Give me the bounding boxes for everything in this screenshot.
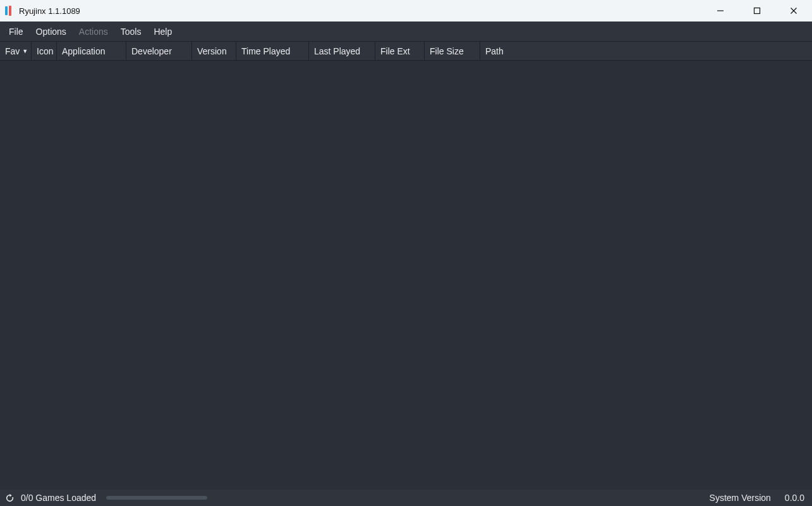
game-list-headers: Fav ▼ Icon Application Developer Version… (0, 42, 812, 61)
column-header-icon-label: Icon (37, 46, 53, 56)
menu-tools[interactable]: Tools (114, 23, 148, 40)
column-header-file-size[interactable]: File Size (425, 42, 480, 60)
column-header-file-ext[interactable]: File Ext (375, 42, 425, 60)
column-header-fav-label: Fav (5, 46, 20, 56)
column-header-time-played[interactable]: Time Played (236, 42, 309, 60)
column-header-application[interactable]: Application (57, 42, 126, 60)
column-header-version[interactable]: Version (192, 42, 236, 60)
column-header-time-played-label: Time Played (241, 46, 290, 56)
window-controls (702, 0, 812, 22)
status-system-version-value: 0.0.0 (785, 493, 804, 503)
menu-file[interactable]: File (3, 23, 30, 40)
window-title: Ryujinx 1.1.1089 (19, 6, 80, 16)
column-header-file-size-label: File Size (430, 46, 464, 56)
refresh-icon[interactable] (5, 493, 15, 503)
close-button[interactable] (775, 0, 812, 22)
sort-caret-down-icon: ▼ (22, 48, 28, 54)
maximize-button[interactable] (739, 0, 775, 22)
status-system-version-label: System Version (710, 493, 771, 503)
column-header-fav[interactable]: Fav ▼ (0, 42, 32, 60)
column-header-icon[interactable]: Icon (32, 42, 57, 60)
column-header-file-ext-label: File Ext (380, 46, 410, 56)
column-header-developer[interactable]: Developer (126, 42, 192, 60)
column-header-path[interactable]: Path (480, 42, 812, 60)
column-header-version-label: Version (197, 46, 227, 56)
status-games-loaded: 0/0 Games Loaded (21, 493, 96, 503)
column-header-last-played-label: Last Played (314, 46, 360, 56)
menu-bar: File Options Actions Tools Help (0, 22, 812, 42)
minimize-button[interactable] (702, 0, 739, 22)
status-bar: 0/0 Games Loaded System Version 0.0.0 (0, 490, 812, 506)
app-icon (5, 6, 14, 16)
window-titlebar: Ryujinx 1.1.1089 (0, 0, 812, 22)
svg-rect-1 (754, 8, 760, 14)
column-header-last-played[interactable]: Last Played (309, 42, 375, 60)
column-header-path-label: Path (485, 46, 504, 56)
game-list-area (0, 61, 812, 490)
load-progress-bar (106, 496, 207, 500)
column-header-developer-label: Developer (131, 46, 172, 56)
menu-options[interactable]: Options (30, 23, 73, 40)
column-header-application-label: Application (62, 46, 106, 56)
menu-actions: Actions (73, 23, 114, 40)
menu-help[interactable]: Help (147, 23, 178, 40)
